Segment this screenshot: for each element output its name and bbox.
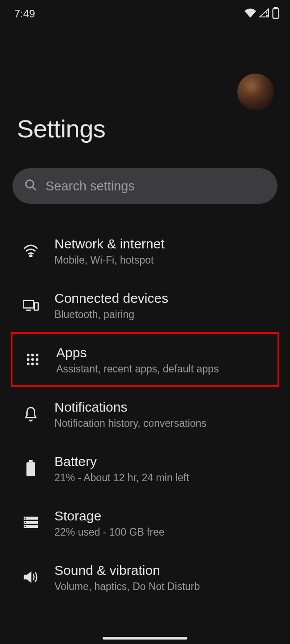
setting-content: Network & internet Mobile, Wi-Fi, hotspo… [54, 235, 273, 266]
setting-item-connected-devices[interactable]: Connected devices Bluetooth, pairing [0, 278, 290, 332]
setting-item-apps[interactable]: Apps Assistant, recent apps, default app… [11, 332, 279, 387]
setting-item-network[interactable]: Network & internet Mobile, Wi-Fi, hotspo… [0, 223, 290, 278]
setting-content: Storage 22% used - 100 GB free [54, 507, 273, 538]
setting-content: Apps Assistant, recent apps, default app… [56, 344, 271, 375]
svg-point-24 [25, 517, 26, 519]
search-icon [24, 178, 37, 194]
setting-title: Notifications [54, 398, 273, 416]
status-bar: 7:49 [0, 0, 290, 25]
svg-point-4 [26, 180, 34, 188]
setting-content: Sound & vibration Volume, haptics, Do No… [54, 561, 273, 593]
svg-point-13 [27, 358, 29, 361]
signal-status-icon [259, 8, 269, 20]
svg-rect-7 [23, 301, 33, 308]
status-time: 7:49 [14, 8, 35, 20]
svg-point-12 [36, 354, 38, 356]
setting-item-storage[interactable]: Storage 22% used - 100 GB free [0, 495, 290, 550]
svg-point-16 [27, 363, 29, 365]
setting-item-sound[interactable]: Sound & vibration Volume, haptics, Do No… [0, 550, 290, 604]
svg-rect-9 [34, 303, 38, 310]
svg-point-6 [30, 255, 32, 257]
profile-avatar[interactable] [237, 74, 274, 110]
battery-status-icon [272, 7, 279, 21]
setting-title: Apps [56, 344, 271, 361]
svg-line-5 [33, 187, 36, 190]
svg-rect-20 [26, 462, 35, 476]
setting-subtitle: Bluetooth, pairing [54, 309, 273, 321]
setting-subtitle: 22% used - 100 GB free [54, 526, 273, 538]
svg-point-10 [27, 354, 29, 356]
storage-icon [22, 514, 39, 531]
search-placeholder: Search settings [46, 179, 135, 194]
svg-point-26 [25, 526, 26, 527]
setting-content: Notifications Notification history, conv… [54, 398, 273, 429]
setting-subtitle: Notification history, conversations [54, 417, 273, 429]
svg-point-1 [266, 15, 267, 16]
nav-handle[interactable] [103, 637, 187, 640]
setting-item-battery[interactable]: Battery 21% - About 12 hr, 24 min left [0, 441, 290, 495]
status-icons [244, 7, 279, 21]
setting-title: Network & internet [54, 235, 273, 252]
svg-rect-19 [29, 460, 33, 462]
setting-subtitle: Mobile, Wi-Fi, hotspot [54, 254, 273, 266]
setting-content: Connected devices Bluetooth, pairing [54, 289, 273, 321]
settings-list: Network & internet Mobile, Wi-Fi, hotspo… [0, 223, 290, 604]
sound-icon [22, 569, 39, 586]
wifi-status-icon [244, 8, 256, 20]
battery-icon [22, 460, 39, 477]
setting-title: Connected devices [54, 289, 273, 307]
setting-content: Battery 21% - About 12 hr, 24 min left [54, 453, 273, 484]
svg-point-15 [36, 358, 38, 361]
apps-icon [24, 351, 41, 368]
svg-rect-3 [274, 7, 278, 8]
svg-point-14 [31, 358, 34, 361]
page-title: Settings [0, 114, 290, 143]
setting-title: Sound & vibration [54, 561, 273, 579]
svg-point-18 [36, 363, 38, 365]
devices-icon [22, 297, 39, 314]
setting-title: Storage [54, 507, 273, 524]
setting-item-notifications[interactable]: Notifications Notification history, conv… [0, 387, 290, 441]
search-bar[interactable]: Search settings [12, 168, 278, 204]
svg-point-25 [25, 522, 26, 523]
svg-point-17 [31, 363, 34, 365]
svg-point-11 [31, 354, 34, 356]
wifi-icon [22, 242, 39, 259]
setting-subtitle: Volume, haptics, Do Not Disturb [54, 581, 273, 593]
svg-rect-2 [273, 8, 279, 18]
notifications-icon [22, 405, 39, 422]
setting-subtitle: Assistant, recent apps, default apps [56, 363, 271, 375]
setting-subtitle: 21% - About 12 hr, 24 min left [54, 472, 273, 484]
setting-title: Battery [54, 453, 273, 470]
